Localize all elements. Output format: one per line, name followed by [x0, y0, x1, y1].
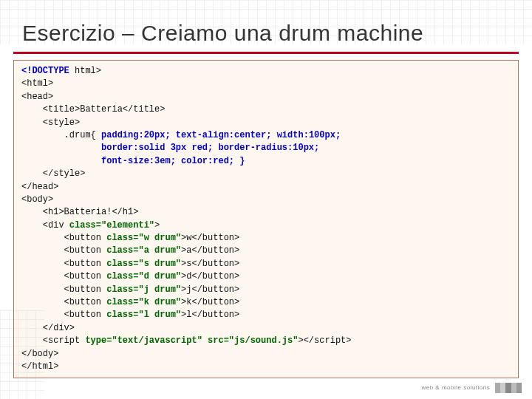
slide-title: Esercizio – Creiamo una drum machine [0, 0, 532, 52]
code-text: Batteria! [64, 207, 112, 217]
code-line: <body> [21, 194, 53, 205]
code-text: <button [21, 297, 106, 307]
code-text: Batteria [80, 104, 123, 115]
code-line: <!DOCTYPE [21, 66, 69, 76]
footer-text: web & mobile solutions [421, 384, 490, 391]
code-css: border:solid 3px red; border-radius:10px… [21, 143, 319, 153]
code-text: <button [21, 310, 106, 320]
footer-branding: web & mobile solutions [421, 383, 522, 393]
code-text: > [154, 220, 160, 231]
code-attr: class="d drum" [106, 271, 181, 282]
code-text: >l</button> [181, 310, 239, 320]
code-text: >j</button> [181, 284, 239, 295]
code-text: <script [21, 335, 85, 346]
code-attr: class="elementi" [69, 220, 154, 231]
code-line: </body> [21, 349, 58, 359]
code-attr: class="k drum" [106, 297, 181, 307]
code-css: padding:20px; text-align:center; width:1… [101, 130, 341, 140]
code-text: >d</button> [181, 271, 239, 282]
code-text: <button [21, 233, 106, 243]
code-text: <button [21, 284, 106, 295]
code-text: <button [21, 271, 106, 282]
code-text: html> [69, 66, 101, 76]
code-text: ></scr [298, 335, 330, 346]
code-line: </head> [21, 182, 58, 192]
code-text: ipt> [330, 335, 352, 346]
code-css: font-size:3em; color:red; } [21, 156, 245, 166]
code-text: <div [21, 220, 69, 231]
code-line: <style> [21, 117, 80, 128]
code-line: </html> [21, 361, 58, 372]
code-attr: type="text/javascript" src="js/sound.js" [85, 335, 298, 346]
code-attr: class="a drum" [106, 245, 181, 256]
code-text: </h1> [112, 207, 138, 217]
code-text: <button [21, 245, 106, 256]
code-text: >s</button> [181, 259, 239, 269]
code-attr: class="w drum" [106, 233, 181, 243]
code-attr: class="s drum" [106, 259, 181, 269]
code-text: >w</button> [181, 233, 239, 243]
code-text: >k</button> [181, 297, 239, 307]
footer-logo-icon [495, 383, 522, 393]
code-text: <h1> [21, 207, 64, 217]
code-attr: class="j drum" [106, 284, 181, 295]
code-line: <head> [21, 92, 53, 102]
code-text: <title> [21, 104, 80, 115]
code-text: <button [21, 259, 106, 269]
code-text: .drum{ [21, 130, 101, 140]
code-block: <!DOCTYPE html> <html> <head> <title>Bat… [13, 60, 519, 378]
code-line: <html> [21, 78, 53, 89]
code-text: >a</button> [181, 245, 239, 256]
code-text: </title> [123, 104, 166, 115]
title-underline [13, 52, 519, 54]
code-line: </div> [21, 323, 75, 333]
code-attr: class="l drum" [106, 310, 181, 320]
code-line: </style> [21, 168, 85, 179]
